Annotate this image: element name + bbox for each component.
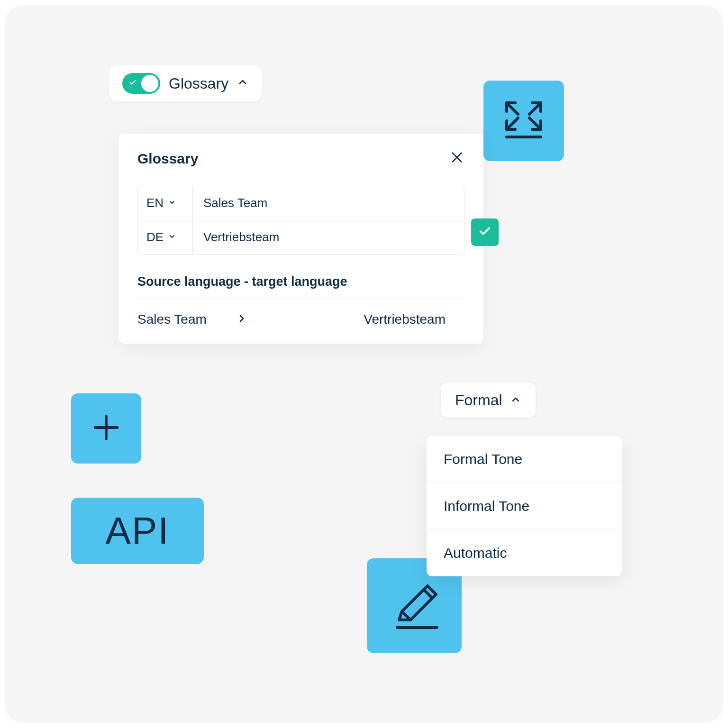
target-row: DE — [137, 220, 464, 255]
svg-line-1 — [529, 103, 541, 114]
toggle-switch[interactable] — [122, 73, 160, 94]
canvas: Glossary Glossary — [5, 5, 723, 723]
panel-title: Glossary — [137, 151, 198, 167]
source-lang-code: EN — [146, 196, 164, 210]
api-tile[interactable]: API — [71, 498, 204, 564]
svg-line-0 — [507, 103, 518, 114]
tone-option-label: Formal Tone — [444, 451, 522, 467]
chevron-right-icon — [236, 311, 247, 328]
tone-menu: Formal Tone Informal Tone Automatic — [427, 436, 622, 576]
tone-option-label: Automatic — [444, 545, 507, 561]
glossary-toggle-label: Glossary — [169, 75, 228, 92]
confirm-button[interactable] — [471, 218, 499, 246]
source-row: EN — [137, 186, 464, 220]
source-lang-select[interactable]: EN — [138, 186, 193, 220]
tone-option-automatic[interactable]: Automatic — [427, 530, 622, 576]
target-lang-select[interactable]: DE — [138, 220, 193, 254]
section-label: Source language - target language — [137, 263, 464, 299]
mapping-source: Sales Team — [137, 312, 207, 327]
expand-icon — [500, 96, 547, 146]
plus-icon — [90, 411, 123, 446]
mapping-row: Sales Team Vertriebsteam — [137, 299, 464, 329]
svg-line-2 — [507, 118, 518, 129]
glossary-panel: Glossary EN DE — [118, 134, 483, 344]
term-entry-block: EN DE — [137, 186, 464, 255]
toggle-knob — [141, 75, 158, 92]
check-icon — [478, 225, 491, 240]
pencil-icon — [386, 576, 443, 635]
svg-line-3 — [529, 118, 541, 129]
check-icon — [129, 79, 136, 89]
formality-selected: Formal — [455, 391, 502, 409]
chevron-up-icon — [237, 76, 248, 91]
plus-tile[interactable] — [71, 393, 141, 464]
source-term-input[interactable] — [193, 186, 464, 220]
api-label: API — [106, 509, 170, 553]
target-term-input[interactable] — [193, 220, 464, 254]
target-lang-code: DE — [146, 230, 164, 245]
panel-header: Glossary — [137, 150, 464, 168]
chevron-down-icon — [168, 229, 176, 244]
glossary-toggle-pill[interactable]: Glossary — [109, 65, 262, 101]
tone-option-label: Informal Tone — [444, 498, 529, 514]
tone-option-informal[interactable]: Informal Tone — [427, 483, 622, 530]
close-icon[interactable] — [449, 150, 464, 168]
chevron-up-icon — [510, 391, 521, 409]
tone-option-formal[interactable]: Formal Tone — [427, 436, 622, 483]
formality-selector[interactable]: Formal — [441, 383, 536, 418]
chevron-down-icon — [168, 195, 176, 209]
expand-tile[interactable] — [483, 81, 564, 161]
mapping-target: Vertriebsteam — [364, 312, 446, 327]
